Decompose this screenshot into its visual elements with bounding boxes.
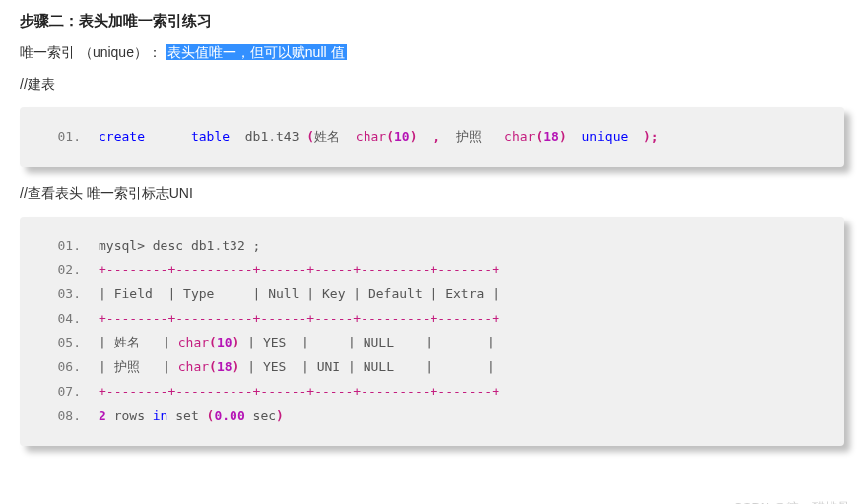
keyword-desc: desc — [153, 238, 183, 253]
row-count: 2 — [99, 409, 106, 423]
code-line: 05.| 姓名 | char(10) | YES | | NULL | | — [41, 331, 827, 355]
type-char: char — [356, 129, 386, 144]
sec-text: sec — [245, 409, 276, 423]
time-value: 0.00 — [214, 409, 244, 423]
column-name: 护照 — [456, 129, 482, 144]
line-number: 06. — [41, 355, 81, 380]
code-block-desc: 01.mysql> desc db1.t32 ; 02.+--------+--… — [20, 217, 844, 447]
rows-text: rows — [106, 409, 153, 423]
type-size: 18 — [217, 359, 233, 374]
keyword-unique: unique — [581, 129, 628, 144]
column-name: 姓名 — [314, 129, 340, 144]
intro-highlighted[interactable]: 表头值唯一，但可以赋null 值 — [166, 44, 347, 60]
intro-paragraph: 唯一索引 （unique）： 表头值唯一，但可以赋null 值 — [20, 44, 844, 62]
intro-prefix: 唯一索引 （unique）： — [20, 44, 162, 60]
prompt-gt: > — [137, 238, 145, 253]
type-size: 18 — [543, 129, 559, 144]
section-heading: 步骤二：表头加唯一索引练习 — [20, 12, 844, 31]
code-line: 01.mysql> desc db1.t32 ; — [41, 234, 827, 259]
line-number: 07. — [41, 380, 81, 405]
keyword-create: create — [99, 129, 145, 144]
code-line: 01.create table db1.t43 (姓名 char(10) , 护… — [41, 125, 827, 150]
table-name: t32 — [222, 238, 244, 253]
code-line: 06.| 护照 | char(18) | YES | UNI | NULL | … — [41, 355, 827, 380]
table-border: +--------+----------+------+-----+------… — [99, 384, 499, 399]
code-line: 03.| Field | Type | Null | Key | Default… — [41, 283, 827, 307]
line-number: 01. — [41, 234, 81, 259]
type-size: 10 — [217, 335, 233, 349]
keyword-in: in — [153, 409, 168, 423]
cell-key — [317, 335, 340, 349]
type-char: char — [178, 359, 209, 374]
db-name: db1 — [191, 238, 214, 253]
line-number: 08. — [41, 405, 81, 429]
code-line: 07.+--------+----------+------+-----+---… — [41, 380, 827, 405]
type-char: char — [178, 335, 209, 349]
comment-desc-table: //查看表头 唯一索引标志UNI — [20, 185, 844, 203]
cell-null: YES — [263, 335, 286, 349]
cell-default: NULL — [364, 335, 394, 349]
cell-default: NULL — [364, 359, 394, 374]
code-block-create: 01.create table db1.t43 (姓名 char(10) , 护… — [20, 107, 844, 167]
table-header: | Field | Type | Null | Key | Default | … — [99, 286, 499, 301]
cell-field: 姓名 — [114, 335, 140, 349]
watermark: CSDN @糖～醋排骨 — [733, 499, 850, 504]
code-line: 02.+--------+----------+------+-----+---… — [41, 258, 827, 283]
table-border: +--------+----------+------+-----+------… — [99, 262, 499, 277]
cell-field: 护照 — [114, 359, 140, 374]
code-line: 04.+--------+----------+------+-----+---… — [41, 307, 827, 332]
db-name: db1 — [245, 129, 268, 144]
cell-key: UNI — [317, 359, 340, 374]
type-size: 10 — [394, 129, 410, 144]
type-char: char — [504, 129, 535, 144]
comment-create-table: //建表 — [20, 76, 844, 94]
table-name: t43 — [276, 129, 299, 144]
set-text: set — [167, 409, 206, 423]
line-number: 01. — [41, 125, 81, 150]
line-number: 02. — [41, 258, 81, 283]
cell-null: YES — [263, 359, 286, 374]
code-line: 08.2 rows in set (0.00 sec) — [41, 405, 827, 429]
table-border: +--------+----------+------+-----+------… — [99, 311, 499, 326]
line-number: 05. — [41, 331, 81, 355]
line-number: 04. — [41, 307, 81, 332]
line-number: 03. — [41, 283, 81, 307]
mysql-prompt: mysql — [99, 238, 137, 253]
semicolon: ; — [253, 238, 261, 253]
keyword-table: table — [191, 129, 230, 144]
